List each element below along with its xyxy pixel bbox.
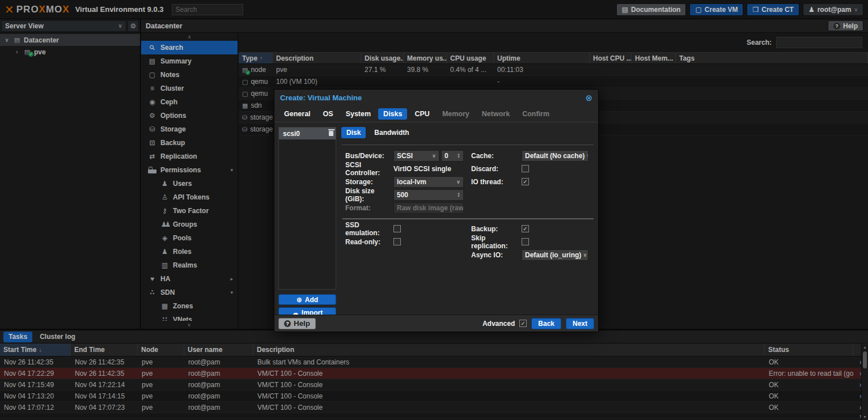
- proxmox-app: ✕ PROXMOX Virtual Environment 9.0.3 ▤Doc…: [0, 0, 868, 420]
- advanced-divider: [342, 218, 594, 219]
- form-row: Async IO:Default (io_uring)∨: [471, 248, 591, 261]
- form-row: Format:Raw disk image (raw∨: [345, 201, 465, 214]
- close-icon[interactable]: ⊗: [585, 94, 592, 102]
- field-label: Cache:: [471, 152, 522, 160]
- discard-checkbox[interactable]: [522, 165, 529, 172]
- dialog-tab-confirm: Confirm: [517, 108, 554, 120]
- field-label: Discard:: [471, 165, 522, 173]
- cache-combo[interactable]: Default (No cache)∨: [522, 150, 588, 162]
- subtab-disk[interactable]: Disk: [341, 127, 366, 138]
- combo-value: Default (io_uring): [525, 251, 581, 259]
- plus-circle-icon: ⊕: [297, 296, 302, 304]
- dialog-body: scsi0 ⊕Add ☁Import DiskBandwidth Bus/Dev…: [274, 122, 598, 315]
- dialog-tabs: GeneralOSSystemDisksCPUMemoryNetworkConf…: [274, 105, 598, 122]
- disk-list-item-scsi0[interactable]: scsi0: [279, 128, 336, 139]
- chevron-down-icon: ∨: [430, 153, 436, 159]
- dialog-tab-disks[interactable]: Disks: [378, 108, 407, 120]
- field-label: Async IO:: [471, 251, 522, 259]
- form-left-main: Bus/Device:SCSI∨0▲▼SCSI Controller:VirtI…: [345, 149, 465, 214]
- form-row: SCSI Controller:VirtIO SCSI single: [345, 162, 465, 175]
- field-label: Bus/Device:: [345, 152, 393, 160]
- field-label: IO thread:: [471, 178, 522, 186]
- bus-device-combo[interactable]: SCSI∨: [393, 150, 439, 162]
- trash-icon[interactable]: [329, 131, 333, 136]
- chevron-down-icon: ∨: [581, 252, 587, 258]
- form-row: Discard:: [471, 162, 591, 175]
- next-button[interactable]: Next: [566, 318, 594, 329]
- dialog-footer: ?Help Advanced Back Next: [274, 315, 598, 332]
- form-row: Disk size (GiB):500▲▼: [345, 188, 465, 201]
- chevron-down-icon: ∨: [455, 179, 460, 185]
- backup-checkbox[interactable]: [522, 225, 529, 232]
- async-io-combo[interactable]: Default (io_uring)∨: [522, 249, 588, 261]
- dialog-tab-cpu[interactable]: CPU: [409, 108, 434, 120]
- field-label: SSD emulation:: [345, 221, 393, 237]
- form-row: Read-only:: [345, 235, 465, 248]
- disk-label: scsi0: [283, 130, 300, 138]
- subtab-divider: [342, 145, 594, 145]
- field-label: SCSI Controller:: [345, 161, 393, 177]
- advanced-label: Advanced: [482, 320, 515, 328]
- form-right-main: Cache:Default (No cache)∨Discard:IO thre…: [471, 149, 591, 188]
- field-label: Disk size (GiB):: [345, 187, 393, 203]
- dialog-tab-general[interactable]: General: [279, 108, 316, 120]
- form-left-advanced: SSD emulation:Read-only:: [345, 222, 465, 248]
- back-button[interactable]: Back: [531, 318, 561, 329]
- form-right-advanced: Backup:Skip replication:Async IO:Default…: [471, 222, 591, 261]
- field-value: VirtIO SCSI single: [393, 165, 451, 173]
- field-label: Storage:: [345, 178, 393, 186]
- advanced-checkbox[interactable]: [519, 320, 527, 327]
- spinner-arrows-icon[interactable]: ▲▼: [457, 153, 460, 159]
- io-thread-checkbox[interactable]: [522, 178, 529, 185]
- disk-subtabs: DiskBandwidth: [341, 127, 414, 138]
- field-label: Read-only:: [345, 238, 393, 246]
- form-row: IO thread:: [471, 175, 591, 188]
- disk-size-gib-spinner[interactable]: 500▲▼: [393, 189, 464, 201]
- form-row: Skip replication:: [471, 235, 591, 248]
- create-vm-dialog: Create: Virtual Machine ⊗ GeneralOSSyste…: [274, 89, 599, 332]
- field-label: Skip replication:: [471, 234, 522, 250]
- dialog-header[interactable]: Create: Virtual Machine ⊗: [274, 90, 598, 105]
- combo-value: Default (No cache): [525, 152, 585, 160]
- ssd-emulation-checkbox[interactable]: [393, 225, 401, 232]
- dialog-help-button[interactable]: ?Help: [278, 318, 316, 329]
- disk-list: scsi0: [278, 127, 336, 290]
- spin-value: 0: [444, 152, 448, 160]
- spin-value: 500: [397, 191, 408, 199]
- combo-value: local-lvm: [397, 178, 426, 186]
- bus-device-number-spinner[interactable]: 0▲▼: [441, 150, 464, 162]
- combo-value: Raw disk image (raw: [397, 204, 464, 212]
- question-icon: ?: [284, 320, 291, 327]
- dialog-tab-network: Network: [477, 108, 515, 120]
- spinner-arrows-icon[interactable]: ▲▼: [457, 192, 460, 198]
- skip-replication-checkbox[interactable]: [522, 238, 529, 245]
- form-row: SSD emulation:: [345, 222, 465, 235]
- dialog-tab-memory: Memory: [437, 108, 475, 120]
- read-only-checkbox[interactable]: [393, 238, 401, 245]
- add-disk-button[interactable]: ⊕Add: [278, 294, 336, 305]
- storage-combo[interactable]: local-lvm∨: [393, 176, 464, 188]
- dialog-title: Create: Virtual Machine: [280, 94, 362, 102]
- combo-value: SCSI: [397, 152, 413, 160]
- form-row: Cache:Default (No cache)∨: [471, 149, 591, 162]
- format-combo: Raw disk image (raw∨: [393, 202, 464, 214]
- dialog-tab-os[interactable]: OS: [318, 108, 338, 120]
- dialog-tab-system[interactable]: System: [341, 108, 376, 120]
- field-label: Backup:: [471, 225, 522, 233]
- subtab-bandwidth[interactable]: Bandwidth: [369, 127, 414, 138]
- chevron-down-icon: ∨: [585, 153, 588, 159]
- field-label: Format:: [345, 204, 393, 212]
